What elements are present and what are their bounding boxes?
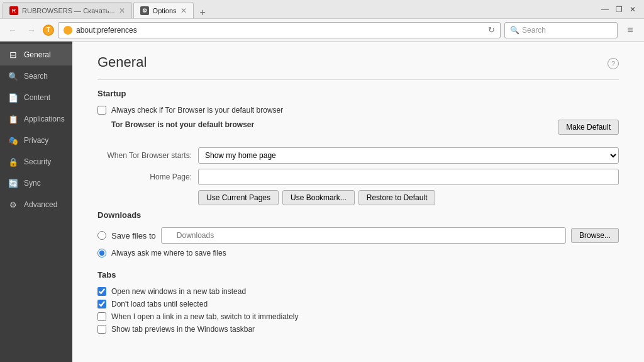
general-icon: ⊟: [8, 49, 19, 60]
starts-label: When Tor Browser starts:: [97, 151, 198, 160]
use-bookmark-button[interactable]: Use Bookmark...: [282, 190, 355, 205]
tabs-option-1-checkbox[interactable]: [97, 287, 106, 296]
sidebar-label-content: Content: [24, 93, 50, 102]
title-divider: [97, 79, 619, 80]
startup-behavior-row: When Tor Browser starts: Show my home pa…: [97, 147, 619, 164]
default-notice: Tor Browser is not your default browser: [111, 120, 254, 129]
address-text: about:preferences: [76, 26, 484, 35]
tabs-title: Tabs: [97, 270, 619, 280]
nav-bar: ← → T about:preferences ↻ 🔍 Search ≡: [0, 19, 644, 42]
sidebar-label-search: Search: [24, 72, 48, 81]
restore-button[interactable]: ❐: [614, 4, 624, 14]
homepage-buttons: Use Current Pages Use Bookmark... Restor…: [198, 190, 619, 205]
tab2-close[interactable]: ✕: [180, 7, 187, 14]
tab-options[interactable]: ⚙ Options ✕: [133, 2, 194, 18]
help-icon[interactable]: ?: [608, 58, 619, 69]
tor-icon: T: [43, 25, 54, 36]
browser-tabs: R RUBROWSERS — Скачать... ✕ ⚙ Options ✕ …: [0, 0, 594, 18]
default-browser-label: Always check if Tor Browser is your defa…: [111, 106, 283, 115]
homepage-label: Home Page:: [97, 173, 198, 181]
tabs-section: Tabs Open new windows in a new tab inste…: [97, 270, 619, 334]
sidebar-item-general[interactable]: ⊟ General: [0, 44, 72, 65]
page-title: General: [97, 54, 147, 71]
menu-button[interactable]: ≡: [621, 22, 639, 38]
sidebar-item-advanced[interactable]: ⚙ Advanced: [0, 194, 72, 215]
search-bar[interactable]: 🔍 Search: [504, 22, 618, 38]
sidebar-label-privacy: Privacy: [24, 136, 48, 145]
privacy-icon: 🎭: [8, 135, 19, 146]
sidebar: ⊟ General 🔍 Search 📄 Content 📋 Applicati…: [0, 42, 72, 362]
search-icon: 🔍: [8, 71, 19, 82]
tab2-favicon: ⚙: [140, 6, 149, 15]
make-default-button[interactable]: Make Default: [558, 120, 619, 135]
sidebar-label-advanced: Advanced: [24, 200, 57, 209]
downloads-title: Downloads: [97, 210, 619, 220]
tabs-option-2-row: Don't load tabs until selected: [97, 300, 619, 308]
forward-button[interactable]: →: [24, 23, 39, 38]
back-button[interactable]: ←: [5, 23, 20, 38]
address-favicon: [64, 26, 72, 35]
tabs-option-2-label: Don't load tabs until selected: [111, 300, 208, 308]
main-layout: ⊟ General 🔍 Search 📄 Content 📋 Applicati…: [0, 42, 644, 362]
tabs-option-2-checkbox[interactable]: [97, 300, 106, 308]
sidebar-item-search[interactable]: 🔍 Search: [0, 65, 72, 87]
address-bar[interactable]: about:preferences ↻: [58, 22, 501, 38]
tabs-option-1-row: Open new windows in a new tab instead: [97, 287, 619, 296]
window-controls: — ❐ ✕: [594, 0, 644, 18]
sidebar-item-content[interactable]: 📄 Content: [0, 87, 72, 108]
tabs-option-4-row: Show tab previews in the Windows taskbar: [97, 325, 619, 334]
sidebar-label-general: General: [24, 50, 51, 59]
advanced-icon: ⚙: [8, 199, 19, 210]
save-files-radio[interactable]: [97, 231, 106, 240]
applications-icon: 📋: [8, 113, 19, 125]
always-ask-radio[interactable]: [97, 249, 106, 257]
sidebar-item-sync[interactable]: 🔄 Sync: [0, 173, 72, 194]
path-wrapper: ⬇: [161, 227, 566, 244]
use-current-pages-button[interactable]: Use Current Pages: [198, 190, 279, 205]
always-ask-label: Always ask me where to save files: [111, 249, 226, 257]
tabs-option-4-label: Show tab previews in the Windows taskbar: [111, 325, 255, 334]
security-icon: 🔒: [8, 156, 19, 167]
startup-section: Startup Always check if Tor Browser is y…: [97, 89, 619, 135]
homepage-input[interactable]: about:tor: [198, 169, 619, 185]
browse-button[interactable]: Browse...: [571, 228, 619, 243]
sidebar-label-sync: Sync: [24, 179, 41, 188]
tabs-option-1-label: Open new windows in a new tab instead: [111, 287, 246, 296]
sidebar-item-security[interactable]: 🔒 Security: [0, 151, 72, 173]
tabs-option-3-row: When I open a link in a new tab, switch …: [97, 312, 619, 321]
default-browser-row: Always check if Tor Browser is your defa…: [97, 106, 619, 115]
content-area: General ? Startup Always check if Tor Br…: [72, 42, 644, 362]
sidebar-label-security: Security: [24, 157, 51, 166]
minimize-button[interactable]: —: [600, 4, 610, 14]
tab2-label: Options: [153, 7, 177, 14]
always-ask-row: Always ask me where to save files: [97, 249, 619, 257]
tabs-option-4-checkbox[interactable]: [97, 325, 106, 334]
tab1-favicon: R: [9, 6, 18, 15]
tabs-option-3-checkbox[interactable]: [97, 312, 106, 321]
refresh-button[interactable]: ↻: [488, 25, 495, 35]
startup-dropdown[interactable]: Show my home page Show a blank page Show…: [198, 147, 619, 164]
tab1-close[interactable]: ✕: [119, 7, 125, 14]
download-path-input[interactable]: [161, 227, 566, 244]
startup-title: Startup: [97, 89, 619, 98]
new-tab-button[interactable]: +: [197, 7, 208, 18]
tab1-label: RUBROWSERS — Скачать...: [22, 7, 115, 14]
restore-to-default-button[interactable]: Restore to Default: [358, 190, 436, 205]
title-bar: R RUBROWSERS — Скачать... ✕ ⚙ Options ✕ …: [0, 0, 644, 19]
sidebar-item-applications[interactable]: 📋 Applications: [0, 108, 72, 130]
sidebar-label-applications: Applications: [24, 115, 65, 123]
make-default-row: Tor Browser is not your default browser …: [111, 120, 619, 135]
tabs-option-3-label: When I open a link in a new tab, switch …: [111, 312, 298, 321]
sidebar-item-privacy[interactable]: 🎭 Privacy: [0, 130, 72, 151]
sync-icon: 🔄: [8, 178, 19, 189]
search-placeholder: Search: [522, 26, 546, 35]
close-button[interactable]: ✕: [628, 4, 638, 14]
title-row: General ?: [97, 54, 619, 73]
tab-rubrowsers[interactable]: R RUBROWSERS — Скачать... ✕: [3, 2, 132, 18]
downloads-section: Downloads Save files to ⬇ Browse... Alwa…: [97, 210, 619, 257]
homepage-row: Home Page: about:tor: [97, 169, 619, 185]
search-icon: 🔍: [510, 26, 519, 35]
default-browser-checkbox[interactable]: [97, 106, 106, 115]
save-files-label: Save files to: [111, 231, 156, 240]
content-icon: 📄: [8, 92, 19, 103]
